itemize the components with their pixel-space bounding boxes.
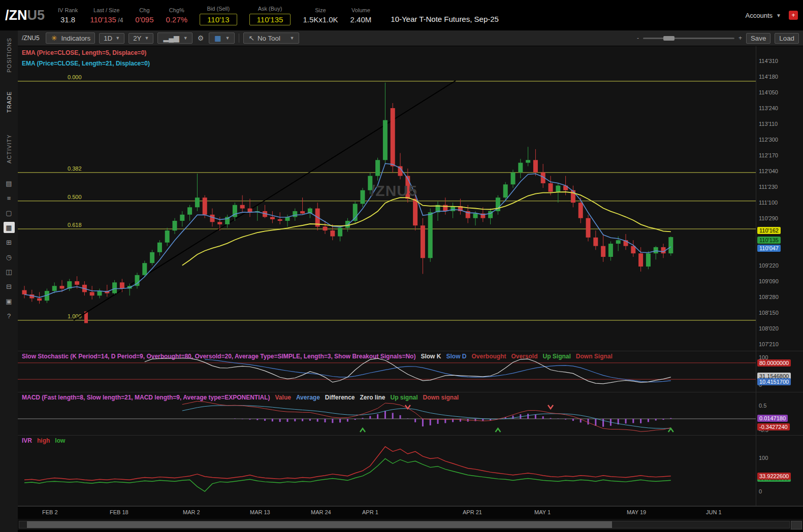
price-axis[interactable]: 114'310114'180114'050113'240113'110112'3… [756,46,803,351]
sidebar-icon-rail: ▤≡▢▦⊞◷◫⊟▣? [4,178,15,321]
ask-field: Ask (Buy) 110'135 [249,6,291,25]
scrollbar-right-button[interactable] [791,521,802,529]
price-axis-label: 108'020 [759,325,779,331]
ema-slow-line [182,192,671,265]
chg-pct-value: 0.27% [166,15,188,24]
ema-slow-legend[interactable]: EMA (Price=CLOSE, Length=21, Displace=0) [22,60,150,67]
legend-item: Slow K [421,353,441,360]
price-axis-label: 108'280 [759,294,779,300]
chevron-down-icon: ▼ [183,36,188,41]
load-button[interactable]: Load [775,33,799,44]
symbol-month: U5 [27,8,45,23]
macd-panel: MACD (Fast length=8, Slow length=21, MAC… [18,392,803,436]
slow-k-line [145,358,671,384]
alert-icon[interactable]: + [789,11,798,20]
scrollbar-track[interactable] [19,521,790,528]
chart-icon[interactable]: ▦ [4,222,15,233]
save-button[interactable]: Save [746,33,770,44]
iv-rank-field: IV Rank 31.8 [58,7,78,24]
drawing-tool-dropdown[interactable]: ↖ No Tool ▼ [243,32,299,44]
price-panel: 0.0000.3820.5000.6181.000 EMA (Price=CLO… [18,46,803,351]
zoom-slider[interactable] [643,38,734,39]
zoom-out-button[interactable]: - [637,35,639,42]
layout-grid-dropdown[interactable]: ▦ ▼ [209,32,234,44]
legend-item: Down signal [423,394,459,401]
macd-axis[interactable]: 0.5-0.50.0147180-0.3427240 [756,392,803,435]
fkey-icon[interactable]: ▣ [4,295,15,307]
sidebar-tab-positions[interactable]: POSITIONS [6,34,12,77]
bid-button[interactable]: 110'13 [200,14,237,25]
ask-button[interactable]: 110'135 [249,14,291,25]
sidebar-tab-activity[interactable]: ACTIVITY [6,127,12,171]
toolbar-symbol[interactable]: /ZNU5 [22,35,40,42]
left-sidebar: POSITIONS TRADE ACTIVITY ▤≡▢▦⊞◷◫⊟▣? [0,30,18,532]
people-icon[interactable]: ◫ [4,266,15,277]
chart-style-dropdown[interactable]: ▂▄▆ ▼ [157,32,192,44]
chevron-down-icon: ▼ [144,36,149,41]
ivr-title[interactable]: IVR [22,437,32,444]
iv-rank-label: IV Rank [58,7,78,14]
calendar-icon[interactable]: ⊟ [4,281,15,292]
legend-item: Zero line [360,394,386,401]
chg-field: Chg 0'095 [135,7,153,24]
watchlist-icon[interactable]: ▢ [4,207,15,218]
bar-chart-icon: ▂▄▆ [162,34,180,42]
chart-toolbar: /ZNU5 ✳ Indicators 1D▼ 2Y▼ ▂▄▆ ▼ ⚙ ▦ ▼ [18,30,803,46]
macd-title[interactable]: MACD (Fast length=8, Slow length=21, MAC… [22,394,270,401]
zoom-slider-thumb[interactable] [663,36,674,41]
list-icon[interactable]: ≡ [4,192,15,204]
price-badge: 110'162 [757,227,781,234]
stochastic-title[interactable]: Slow Stochastic (K Period=14, D Period=9… [22,353,415,360]
grid-icon[interactable]: ⊞ [4,237,15,248]
price-axis-label: 109'220 [759,262,779,269]
stoch-badge: 10.4151700 [757,378,791,385]
ivr-axis-bottom: 0 [759,488,762,494]
price-axis-label: 109'090 [759,278,779,284]
time-axis-label: MAR 13 [250,509,270,515]
scrollbar-thumb[interactable] [27,521,612,528]
bottom-filler [18,530,803,532]
help-icon[interactable]: ? [4,310,15,321]
price-axis-label: 112'170 [759,152,778,158]
price-axis-label: 108'150 [759,310,779,316]
macd-axis-top: 0.5 [759,403,766,409]
price-axis-label: 107'210 [759,341,779,347]
clock-icon[interactable]: ◷ [4,251,15,262]
iv-rank-value: 31.8 [60,15,75,24]
accounts-label: Accounts [746,12,773,19]
time-axis[interactable]: FEB 2FEB 18MAR 2MAR 13MAR 24APR 1APR 21M… [18,506,803,519]
legend-item: Slow D [446,353,466,360]
legend-item: Up Signal [543,353,571,360]
time-axis-label: MAR 24 [311,509,331,515]
ema-fast-legend[interactable]: EMA (Price=CLOSE, Length=5, Displace=0) [22,49,146,56]
indicators-button[interactable]: ✳ Indicators [46,32,95,44]
chevron-down-icon: ▼ [115,36,120,41]
sidebar-tab-trade[interactable]: TRADE [6,80,12,124]
chart-watermark: /ZNU5 [371,182,417,200]
macd-legend: MACD (Fast length=8, Slow length=21, MAC… [22,394,459,401]
time-axis-label: APR 1 [362,509,378,515]
time-axis-label: FEB 2 [42,509,58,515]
chevron-down-icon: ▼ [776,13,781,18]
chg-label: Chg [139,7,149,14]
gear-icon[interactable]: ⚙ [197,34,205,42]
ivr-axis[interactable]: 100033.922260033.9222600 [756,436,803,506]
symbol[interactable]: /ZN U5 [5,8,45,23]
timeframe-dropdown[interactable]: 1D▼ [99,33,124,44]
indicators-icon: ✳ [50,34,58,42]
contract-description: 10-Year T-Note Futures, Sep-25 [391,15,499,23]
range-dropdown[interactable]: 2Y▼ [129,33,153,44]
news-icon[interactable]: ▤ [4,178,15,189]
time-axis-label: MAY 1 [534,509,551,515]
price-axis-label: 114'050 [759,89,778,95]
zoom-in-button[interactable]: + [738,35,742,42]
price-axis-label: 114'180 [759,74,778,80]
accounts-dropdown[interactable]: Accounts ▼ + [746,11,798,20]
svg-text:0.500: 0.500 [68,194,82,200]
svg-text:0.000: 0.000 [68,74,82,80]
ivr-canvas[interactable] [18,436,756,506]
stochastic-axis[interactable]: 100080.000000031.154680010.4151700 [756,351,803,392]
price-axis-label: 110'290 [759,215,778,221]
price-badge: 110'135 [757,237,781,244]
time-axis-label: MAR 2 [183,509,200,515]
